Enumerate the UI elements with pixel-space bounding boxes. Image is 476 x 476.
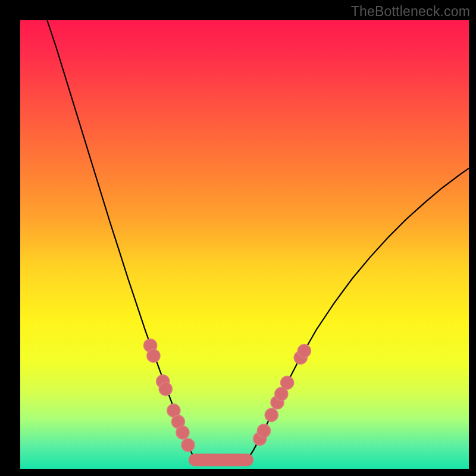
chart-svg [20,20,469,469]
plot-area [20,20,469,469]
data-marker [181,439,195,452]
chart-frame: TheBottleneck.com [0,0,476,476]
data-marker [147,349,160,362]
data-marker [265,409,278,422]
data-marker [257,424,270,437]
watermark-text: TheBottleneck.com [351,4,470,20]
bottleneck-curve [47,20,469,464]
data-marker [159,383,172,396]
data-marker [281,376,294,389]
data-marker [176,426,189,439]
data-marker [298,345,311,358]
